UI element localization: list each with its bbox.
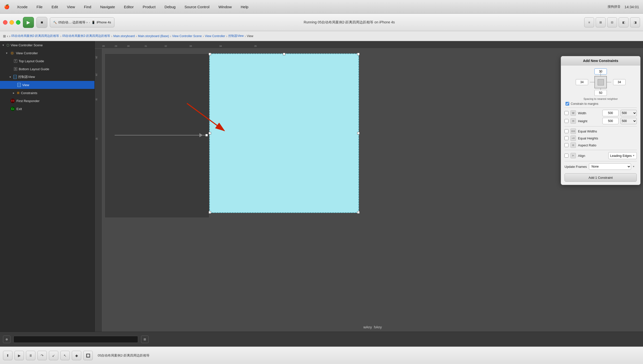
inspector-toggle[interactable]: ◨ xyxy=(630,18,640,28)
height-row: H Height 500 xyxy=(564,118,637,124)
equal-heights-checkbox[interactable] xyxy=(564,136,568,140)
menu-view[interactable]: View xyxy=(66,4,77,10)
bc-controller-view[interactable]: 控制器View xyxy=(228,34,244,38)
step-out-button[interactable]: ↖ xyxy=(60,351,70,360)
project-label: 05自动布局案例2-距离四周边距相等 xyxy=(98,353,150,358)
menu-window[interactable]: Window xyxy=(217,4,233,10)
navigator-toggle[interactable]: ◧ xyxy=(618,18,628,28)
panel-body: 30 34 xyxy=(561,66,640,185)
equal-heights-row: =H Equal Heights xyxy=(564,136,637,141)
bc-project[interactable]: 05自动布局案例2-距离四周边距相等 xyxy=(11,34,59,38)
svg-line-1 xyxy=(187,103,224,131)
spacing-left-input[interactable]: 34 xyxy=(576,79,588,85)
menu-product[interactable]: Product xyxy=(141,4,157,10)
toolbar: ▶ ■ 🔨 05自动…·边距相等 › › 📱 iPhone 4s Running… xyxy=(0,14,643,31)
view-canvas[interactable] xyxy=(209,54,359,213)
constrain-to-margins-checkbox[interactable] xyxy=(565,102,569,106)
menu-source-control[interactable]: Source Control xyxy=(183,4,211,10)
width-value-input[interactable] xyxy=(602,110,618,116)
align-checkbox[interactable] xyxy=(564,154,568,158)
height-label: Height xyxy=(578,119,600,123)
sidebar-label-first-responder: First Responder xyxy=(17,99,39,103)
menu-editor[interactable]: Editor xyxy=(122,4,135,10)
sidebar-item-exit[interactable]: Ex Exit xyxy=(0,105,95,113)
run-button[interactable]: ▶ xyxy=(23,17,34,28)
size-frame-button[interactable]: ⊞ xyxy=(141,336,149,343)
back-button[interactable]: ⬆ xyxy=(3,351,13,360)
width-checkbox[interactable] xyxy=(564,111,568,115)
menu-find[interactable]: Find xyxy=(83,4,93,10)
editor-standard-button[interactable]: ≡ xyxy=(584,18,594,28)
equal-widths-label: Equal Widths xyxy=(578,130,637,133)
equal-widths-checkbox[interactable] xyxy=(564,129,568,133)
scheme-selector[interactable]: 🔨 05自动…·边距相等 › › 📱 iPhone 4s xyxy=(50,18,114,28)
editor-version-button[interactable]: ⊟ xyxy=(607,18,617,28)
bc-storyboard[interactable]: Main.storyboard xyxy=(113,34,135,38)
ruler-horizontal: 28 29 30 31 32 33 34 35 xyxy=(95,41,643,48)
step-over-button[interactable]: ↷ xyxy=(37,351,47,360)
aspect-ratio-label: Aspect Ratio xyxy=(578,144,637,147)
align-row: ⊫ Align Leading Edges Trailing Edges Top… xyxy=(564,152,637,159)
spacing-note: Spacing to nearest neighbor xyxy=(564,97,637,100)
search-bar[interactable] xyxy=(14,336,138,343)
maximize-button[interactable] xyxy=(16,20,21,25)
aspect-ratio-row: ⊟ Aspect Ratio xyxy=(564,142,637,148)
bc-sep-5: › xyxy=(203,34,204,38)
aspect-ratio-checkbox[interactable] xyxy=(564,143,568,147)
traffic-lights xyxy=(3,20,21,25)
align-select[interactable]: Leading Edges Trailing Edges Top Edges B… xyxy=(608,152,637,159)
sidebar-item-controller-view[interactable]: ▼ □ 控制器View xyxy=(0,73,95,81)
disclosure-icon-vc: ▼ xyxy=(6,52,8,54)
debug-view-button[interactable]: 🔲 xyxy=(83,351,93,360)
equal-widths-row: ⊟⊟ Equal Widths xyxy=(564,128,637,134)
debug-button[interactable]: ⊕ xyxy=(3,336,11,343)
menu-navigate[interactable]: Navigate xyxy=(99,4,116,10)
nav-left[interactable]: ‹ xyxy=(7,34,8,38)
editor-assistant-button[interactable]: ⊞ xyxy=(596,18,606,28)
bc-storyboard-base[interactable]: Main.storyboard (Base) xyxy=(138,34,169,38)
sidebar-label-view: View xyxy=(22,83,29,87)
breakpoint-button[interactable]: ◆ xyxy=(72,351,81,360)
nav-right[interactable]: › xyxy=(9,34,11,38)
bc-vc-scene[interactable]: View Controller Scene xyxy=(172,34,202,38)
menu-debug[interactable]: Debug xyxy=(163,4,177,10)
stop-button[interactable]: ■ xyxy=(36,17,47,28)
canvas: 28 29 30 31 32 33 34 35 28 29 Si 任 xyxy=(95,41,643,332)
equal-heights-label: Equal Heights xyxy=(578,136,637,140)
width-unit-select[interactable]: 500 xyxy=(620,110,637,116)
spacing-bottom-input[interactable]: 50 xyxy=(594,90,607,96)
sidebar-item-vc-scene[interactable]: ▼ ⬡ View Controller Scene xyxy=(0,41,95,49)
close-button[interactable] xyxy=(3,20,8,25)
align-select-wrapper: Leading Edges Trailing Edges Top Edges B… xyxy=(608,152,637,159)
sidebar-item-first-responder[interactable]: FR First Responder xyxy=(0,97,95,105)
step-into-button[interactable]: ↙ xyxy=(49,351,58,360)
height-checkbox[interactable] xyxy=(564,119,568,123)
apple-menu[interactable]: 🍎 xyxy=(4,4,10,10)
height-value-input[interactable] xyxy=(602,118,618,124)
forward-button[interactable]: ▶ xyxy=(15,351,24,360)
spacing-right-input[interactable]: 34 xyxy=(613,79,625,85)
sidebar-item-bottom-layout[interactable]: B Bottom Layout Guide xyxy=(0,65,95,73)
update-frames-label: Update Frames xyxy=(564,165,587,168)
minimize-button[interactable] xyxy=(10,20,14,25)
pause-button[interactable]: ⏸ xyxy=(26,351,35,360)
sidebar-label-cv: 控制器View xyxy=(18,75,35,79)
height-unit-select[interactable]: 500 xyxy=(620,118,637,124)
menu-edit[interactable]: Edit xyxy=(50,4,60,10)
handle-tm xyxy=(283,53,285,55)
menu-xcode[interactable]: Xcode xyxy=(16,4,29,10)
menu-help[interactable]: Help xyxy=(239,4,250,10)
bc-sep-7: › xyxy=(245,34,246,38)
bc-group[interactable]: 05自动布局案例2-距离四周边距相等 xyxy=(62,34,110,38)
menu-file[interactable]: File xyxy=(35,4,44,10)
sidebar-item-top-layout[interactable]: T Top Layout Guide xyxy=(0,57,95,65)
nav-back[interactable]: ⊞ xyxy=(3,34,6,38)
disclosure-icon-constraints: ► xyxy=(13,92,15,94)
bc-vc[interactable]: View Controller xyxy=(205,34,225,38)
sidebar-item-view[interactable]: □ View xyxy=(0,81,95,89)
update-frames-select[interactable]: None Items of New Constraints All Frames… xyxy=(589,163,631,170)
update-frames-row: Update Frames None Items of New Constrai… xyxy=(564,163,637,170)
add-constraint-button[interactable]: Add 1 Constraint xyxy=(564,173,637,182)
sidebar-item-vc[interactable]: ▼ ⊙ View Controller xyxy=(0,49,95,57)
sidebar-item-constraints[interactable]: ► ⊞ Constraints xyxy=(0,89,95,97)
